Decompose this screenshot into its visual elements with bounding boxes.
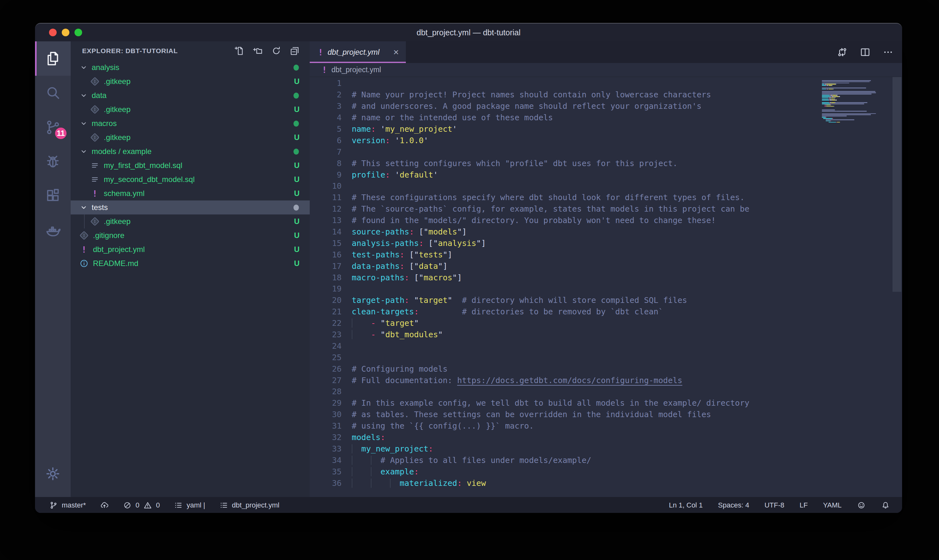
chevron-down-icon [79,147,88,156]
split-editor-icon[interactable] [859,46,871,58]
new-folder-icon[interactable] [252,46,263,56]
collapse-all-icon[interactable] [289,46,300,56]
code-line-29[interactable]: 29# In this example config, we tell dbt … [310,397,819,409]
problems-status[interactable]: 00 [123,501,160,510]
tab-dbt-project-yml[interactable]: ! dbt_project.yml × [310,42,406,63]
code-line-8[interactable]: 8# This setting configures which "profil… [310,157,819,169]
code-line-16[interactable]: 16test-paths: ["tests"] [310,249,819,260]
code-line-10[interactable]: 10 [310,180,819,192]
cursor-position[interactable]: Ln 1, Col 1 [669,501,702,509]
tree-file--gitignore[interactable]: .gitignoreU [71,228,310,243]
code-line-19[interactable]: 19 [310,283,819,295]
line-number: 11 [310,193,342,202]
tree-file--gitkeep[interactable]: .gitkeepU [71,74,310,88]
tree-folder-models-example[interactable]: models / example [71,145,310,158]
code-line-31[interactable]: 31# using the `{{ config(...) }}` macro. [310,420,819,432]
activity-docker-icon[interactable] [35,213,71,248]
code-line-25[interactable]: 25 [310,352,819,363]
git-branch-status[interactable]: master* [49,501,86,510]
tree-file-my-first-dbt-model-sql[interactable]: my_first_dbt_model.sqlU [71,158,310,172]
settings-gear-icon[interactable] [35,460,71,488]
code-line-4[interactable]: 4# name or the intended use of these mod… [310,112,819,123]
more-actions-icon[interactable] [882,46,894,58]
eol[interactable]: LF [800,501,808,509]
code-line-6[interactable]: 6version: '1.0.0' [310,135,819,146]
code-line-27[interactable]: 27# Full documentation: https://docs.get… [310,374,819,386]
refresh-icon[interactable] [271,46,282,56]
code-line-13[interactable]: 13# found in the "models/" directory. Yo… [310,215,819,226]
code-line-9[interactable]: 9profile: 'default' [310,169,819,180]
code-line-30[interactable]: 30# as tables. These settings can be ove… [310,409,819,420]
code-line-3[interactable]: 3# and underscores. A good package name … [310,100,819,112]
minimap[interactable] [822,79,889,123]
yaml-schema-status[interactable]: yaml | [174,501,205,510]
tree-folder-macros[interactable]: macros [71,117,310,131]
code-line-content: clean-targets: # directories to be remov… [352,307,663,316]
breadcrumb[interactable]: ! dbt_project.yml [310,63,902,77]
code-line-32[interactable]: 32models: [310,432,819,443]
file-schema-status[interactable]: dbt_project.yml [219,501,279,510]
code-line-14[interactable]: 14source-paths: ["models"] [310,226,819,238]
notifications[interactable] [881,501,890,510]
title-bar[interactable]: dbt_project.yml — dbt-tutorial [35,23,902,42]
sync-status[interactable] [100,501,109,510]
code-line-7[interactable]: 7 [310,146,819,157]
code-line-2[interactable]: 2# Name your project! Project names shou… [310,89,819,100]
code-line-35[interactable]: 35 example: [310,466,819,477]
breadcrumb-file[interactable]: dbt_project.yml [331,66,381,74]
code-line-34[interactable]: 34 # Applies to all files under models/e… [310,454,819,466]
tree-file-my-second-dbt-model-sql[interactable]: my_second_dbt_model.sqlU [71,172,310,186]
code-line-17[interactable]: 17data-paths: ["data"] [310,260,819,272]
tree-folder-tests[interactable]: tests [71,200,310,214]
code-editor[interactable]: 12# Name your project! Project names sho… [310,77,902,497]
code-line-15[interactable]: 15analysis-paths: ["analysis"] [310,237,819,249]
tree-folder-analysis[interactable]: analysis [71,60,310,74]
tab-label: dbt_project.yml [328,48,390,57]
line-number: 20 [310,295,342,305]
code-line-36[interactable]: 36 materialized: view [310,477,819,489]
line-number: 23 [310,330,342,339]
tree-file-readme-md[interactable]: README.mdU [71,257,310,271]
code-line-24[interactable]: 24 [310,340,819,352]
code-line-5[interactable]: 5name: 'my_new_project' [310,123,819,135]
code-line-21[interactable]: 21clean-targets: # directories to be rem… [310,306,819,317]
code-line-11[interactable]: 11# These configurations specify where d… [310,192,819,203]
feedback[interactable] [857,501,866,510]
indentation[interactable]: Spaces: 4 [718,501,749,509]
activity-extensions-icon[interactable] [35,179,71,213]
tree-file--gitkeep[interactable]: .gitkeepU [71,214,310,228]
code-line-22[interactable]: 22 - "target" [310,317,819,329]
editor-scrollbar[interactable] [893,77,901,292]
open-changes-icon[interactable] [836,46,848,58]
yaml-warning-icon: ! [79,245,89,255]
activity-source-control-icon[interactable]: 11 [35,110,71,145]
code-line-23[interactable]: 23 - "dbt_modules" [310,329,819,340]
git-file-icon [90,76,100,86]
code-line-1[interactable]: 1 [310,78,819,89]
tree-file-schema-yml[interactable]: !schema.ymlU [71,186,310,200]
code-line-33[interactable]: 33 my_new_project: [310,443,819,455]
activity-explorer-icon[interactable] [35,42,71,76]
tree-file--gitkeep[interactable]: .gitkeepU [71,131,310,145]
line-number: 1 [310,78,342,88]
git-status-dot [294,92,299,98]
code-line-18[interactable]: 18macro-paths: ["macros"] [310,272,819,283]
code-line-28[interactable]: 28 [310,386,819,397]
new-file-icon[interactable] [234,46,245,56]
activity-debug-icon[interactable] [35,145,71,179]
activity-search-icon[interactable] [35,76,71,110]
encoding[interactable]: UTF-8 [765,501,784,509]
code-line-content: analysis-paths: ["analysis"] [352,238,486,248]
code-line-26[interactable]: 26# Configuring models [310,363,819,374]
tree-folder-data[interactable]: data [71,88,310,103]
code-line-12[interactable]: 12# The `source-paths` config, for examp… [310,203,819,215]
code-line-content: # found in the "models/" directory. You … [352,216,716,225]
line-number: 32 [310,433,342,442]
tree-file--gitkeep[interactable]: .gitkeepU [71,103,310,117]
code-line-20[interactable]: 20target-path: "target" # directory whic… [310,295,819,306]
encoding-label: UTF-8 [765,501,784,509]
tree-item-label: my_second_dbt_model.sql [104,175,195,184]
language-mode[interactable]: YAML [823,501,842,509]
tree-file-dbt-project-yml[interactable]: !dbt_project.ymlU [71,243,310,257]
tab-close-icon[interactable]: × [393,48,399,57]
